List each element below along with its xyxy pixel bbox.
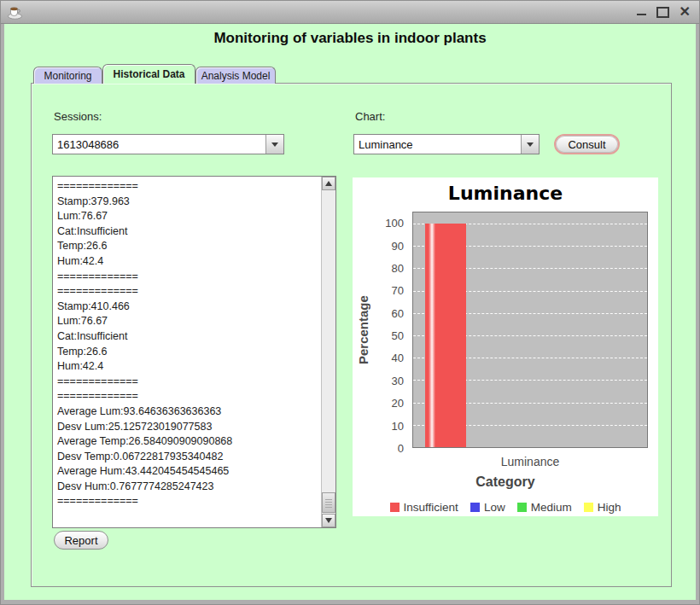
tab-analysis-model[interactable]: Analysis Model: [195, 67, 276, 84]
tab-content-panel: [31, 83, 672, 587]
tab-historical-data[interactable]: Historical Data: [102, 64, 195, 84]
minimize-icon[interactable]: [637, 9, 646, 15]
maximize-icon[interactable]: [656, 7, 669, 18]
tab-monitoring[interactable]: Monitoring: [33, 67, 102, 84]
window-controls: ✕: [637, 1, 691, 23]
title-bar[interactable]: ✕: [1, 1, 699, 24]
close-icon[interactable]: ✕: [680, 5, 691, 19]
window-frame: ✕ Monitoring of variables in indoor plan…: [0, 0, 700, 605]
java-coffee-cup-icon: [7, 4, 23, 20]
page-title: Monitoring of variables in indoor plants: [1, 30, 699, 47]
